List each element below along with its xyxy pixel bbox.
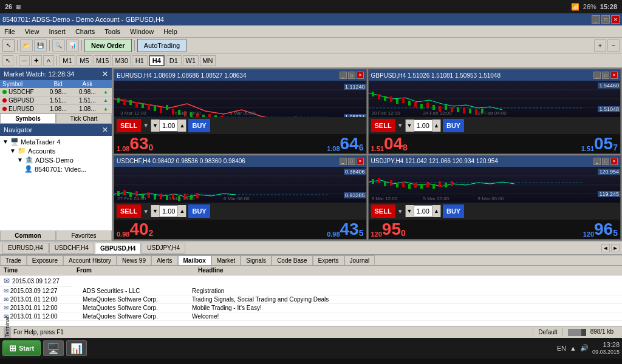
gbpusd-buy-button[interactable]: BUY	[443, 119, 464, 132]
chart-gbpusd-minimize[interactable]: _	[593, 72, 601, 79]
zoom-out-button[interactable]: −	[607, 39, 620, 52]
maximize-button[interactable]: □	[601, 15, 610, 24]
chart-gbpusd-maximize[interactable]: □	[602, 72, 609, 79]
tab-mailbox[interactable]: Mailbox	[178, 255, 211, 265]
menu-file[interactable]: File	[2, 27, 17, 36]
tf-m15[interactable]: M15	[94, 55, 111, 66]
navigator-close[interactable]: ✕	[102, 126, 108, 134]
chart-usdjpy[interactable]: USDJPY,H4 121.042 121.066 120.934 120.95…	[368, 155, 621, 240]
mw-row-eurusd[interactable]: EURUSD 1.08... 1.08... ▲	[0, 105, 112, 113]
menu-window[interactable]: Window	[128, 27, 156, 36]
tf-text[interactable]: A	[43, 55, 54, 66]
tf-h4[interactable]: H4	[149, 55, 165, 66]
tf-m30[interactable]: M30	[112, 55, 130, 66]
tf-h1[interactable]: H1	[132, 55, 148, 66]
chart-scroll-left[interactable]: ◄	[601, 244, 610, 252]
chart-tab-usdjpy[interactable]: USDJPY,H4	[142, 243, 185, 254]
usdchf-sell-button[interactable]: SELL	[117, 204, 141, 218]
chart-tab-usdchf[interactable]: USDCHF,H4	[49, 243, 94, 254]
chart-usdchf[interactable]: USDCHF,H4 0.98402 0.98536 0.98360 0.9840…	[114, 155, 367, 240]
eurusd-lot-up[interactable]: ▲	[177, 120, 186, 132]
tb-btn-4[interactable]: 📊	[66, 39, 79, 52]
mw-row-usdchf[interactable]: USDCHF 0.98... 0.98... ▲	[0, 88, 112, 96]
chart-usdchf-maximize[interactable]: □	[348, 158, 355, 165]
start-button[interactable]: ⊞ Start	[2, 340, 41, 356]
chart-scroll-right[interactable]: ►	[611, 244, 620, 252]
tb-btn-1[interactable]: 📂	[20, 39, 33, 52]
chart-eurusd[interactable]: EURUSD,H4 1.08609 1.08686 1.08527 1.0863…	[114, 69, 367, 154]
chart-usdjpy-minimize[interactable]: _	[593, 158, 601, 165]
usdjpy-lot-down[interactable]: ▼	[406, 205, 414, 217]
nav-item-accounts[interactable]: ▼ 📁 Accounts	[9, 146, 111, 155]
tf-mn[interactable]: MN	[200, 55, 216, 66]
tb-btn-3[interactable]: 🔍	[52, 39, 65, 52]
chart-usdjpy-close[interactable]: ✕	[610, 158, 618, 165]
tf-d1[interactable]: D1	[166, 55, 182, 66]
menu-insert[interactable]: Insert	[47, 27, 67, 36]
tf-w1[interactable]: W1	[183, 55, 199, 66]
mw-row-gbpusd[interactable]: GBPUSD 1.51... 1.51... ▲	[0, 96, 112, 105]
chart-gbpusd[interactable]: GBPUSD,H4 1.51026 1.51081 1.50953 1.5104…	[368, 69, 621, 154]
android-vol-up[interactable]: 🔊	[552, 361, 589, 364]
usdjpy-sell-button[interactable]: SELL	[371, 204, 395, 218]
arrow-tool[interactable]: ↖	[2, 39, 15, 52]
minimize-button[interactable]: _	[592, 15, 600, 24]
gbpusd-lot-up[interactable]: ▲	[432, 120, 440, 132]
tf-m1[interactable]: M1	[60, 55, 75, 66]
android-recent[interactable]: ⊞	[344, 361, 381, 364]
tf-m5[interactable]: M5	[77, 55, 92, 66]
eurusd-buy-button[interactable]: BUY	[188, 119, 210, 132]
new-order-button[interactable]: New Order	[84, 39, 132, 52]
tab-exposure[interactable]: Exposure	[27, 255, 63, 265]
android-back-btn[interactable]: ◻	[137, 361, 174, 364]
tab-alerts[interactable]: Alerts	[151, 255, 178, 265]
usdchf-lot-down[interactable]: ▼	[151, 205, 160, 217]
tf-cross[interactable]: ✚	[31, 55, 42, 66]
tab-symbols[interactable]: Symbols	[0, 113, 56, 124]
usdchf-lot-up[interactable]: ▲	[177, 205, 186, 217]
android-home[interactable]: ⌂	[241, 361, 278, 364]
chart-tab-eurusd[interactable]: EURUSD,H4	[2, 243, 49, 254]
tray-arrow[interactable]: ▲	[570, 345, 576, 352]
nav-item-adss[interactable]: ▼ 🏦 ADSS-Demo	[16, 155, 111, 164]
market-watch-close[interactable]: ✕	[102, 70, 108, 78]
mailbox-row-2013-3[interactable]: ✉ 2013.01.01 12:00 MetaQuotes Software C…	[0, 312, 622, 321]
tab-news[interactable]: News 99	[117, 255, 151, 265]
menu-charts[interactable]: Charts	[73, 27, 97, 36]
usdchf-buy-button[interactable]: BUY	[188, 204, 210, 218]
taskbar-item-1[interactable]: 🖥️	[43, 340, 64, 356]
nav-tab-favorites[interactable]: Favorites	[56, 231, 112, 241]
menu-view[interactable]: View	[23, 27, 41, 36]
mailbox-row-2015[interactable]: ✉ 2015.03.09 12:27 ADS Securities - LLC …	[0, 287, 622, 295]
tf-cursor[interactable]: ↖	[2, 55, 13, 66]
chart-tab-gbpusd[interactable]: GBPUSD,H4	[95, 243, 141, 254]
tab-market[interactable]: Market	[211, 255, 241, 265]
mailbox-row-1[interactable]: ✉ 2015.03.09 12:27	[0, 275, 622, 288]
tab-experts[interactable]: Experts	[313, 255, 344, 265]
usdjpy-lot-up[interactable]: ▲	[432, 205, 440, 217]
close-button[interactable]: ✕	[611, 15, 620, 24]
nav-tab-common[interactable]: Common	[0, 231, 56, 241]
tab-signals[interactable]: Signals	[241, 255, 272, 265]
chart-eurusd-minimize[interactable]: _	[340, 72, 347, 79]
mailbox-row-2013-2[interactable]: ✉ 2013.01.01 12:00 MetaQuotes Software C…	[0, 304, 622, 312]
nav-item-metatrader[interactable]: ▼ 🖥️ MetaTrader 4	[1, 137, 111, 146]
chart-usdchf-close[interactable]: ✕	[357, 158, 364, 165]
tab-tick-chart[interactable]: Tick Chart	[56, 113, 112, 124]
gbpusd-sell-button[interactable]: SELL	[371, 119, 395, 132]
tab-trade[interactable]: Trade	[0, 255, 27, 265]
zoom-in-button[interactable]: +	[594, 39, 606, 52]
gbpusd-lot-down[interactable]: ▼	[406, 120, 414, 132]
nav-item-account[interactable]: 👤 8540701: Videc...	[23, 164, 111, 174]
eurusd-lot-down[interactable]: ▼	[151, 120, 160, 132]
usdjpy-buy-button[interactable]: BUY	[443, 204, 464, 218]
chart-gbpusd-close[interactable]: ✕	[610, 72, 618, 79]
eurusd-sell-button[interactable]: SELL	[117, 119, 141, 132]
chart-eurusd-maximize[interactable]: □	[348, 72, 355, 79]
android-nav-back[interactable]: ←	[448, 361, 485, 364]
tf-line[interactable]: —	[19, 55, 30, 66]
menu-tools[interactable]: Tools	[103, 27, 122, 36]
tab-account-history[interactable]: Account History	[63, 255, 117, 265]
autotrading-button[interactable]: AutoTrading	[137, 39, 187, 52]
menu-help[interactable]: Help	[162, 27, 179, 36]
